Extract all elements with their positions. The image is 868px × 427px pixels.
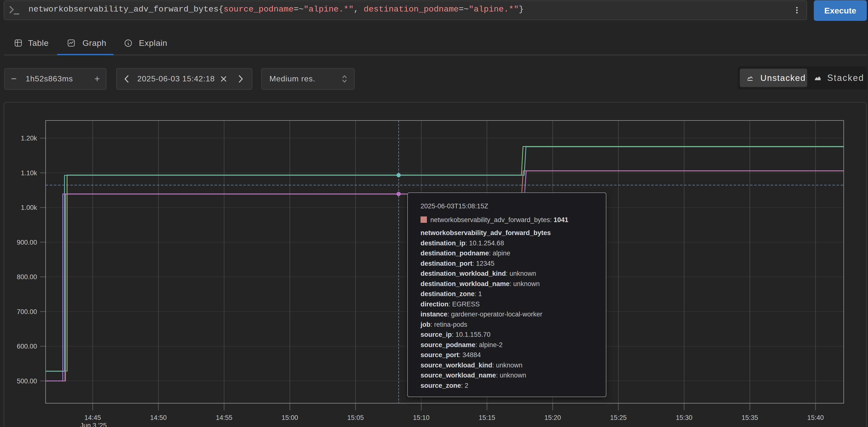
svg-text:500.00: 500.00 bbox=[17, 377, 37, 385]
svg-text:800.00: 800.00 bbox=[17, 273, 37, 281]
svg-text:1.00k: 1.00k bbox=[21, 204, 37, 211]
svg-text:15:25: 15:25 bbox=[610, 414, 627, 421]
svg-text:900.00: 900.00 bbox=[17, 239, 37, 246]
svg-text:14:55: 14:55 bbox=[216, 414, 232, 421]
svg-text:Jun 3 '25: Jun 3 '25 bbox=[80, 422, 107, 427]
svg-text:700.00: 700.00 bbox=[17, 308, 37, 316]
svg-text:15:20: 15:20 bbox=[544, 414, 561, 421]
svg-text:1.10k: 1.10k bbox=[21, 169, 37, 177]
svg-text:15:40: 15:40 bbox=[807, 414, 824, 421]
svg-text:15:15: 15:15 bbox=[478, 414, 495, 421]
svg-text:15:30: 15:30 bbox=[676, 414, 692, 421]
svg-text:600.00: 600.00 bbox=[17, 343, 37, 350]
svg-text:15:05: 15:05 bbox=[347, 414, 364, 421]
svg-text:15:35: 15:35 bbox=[742, 414, 758, 421]
svg-text:14:45: 14:45 bbox=[84, 414, 101, 421]
svg-text:1.20k: 1.20k bbox=[21, 135, 37, 142]
svg-text:15:10: 15:10 bbox=[413, 414, 430, 421]
svg-text:15:00: 15:00 bbox=[281, 414, 298, 421]
svg-text:14:50: 14:50 bbox=[150, 414, 167, 421]
